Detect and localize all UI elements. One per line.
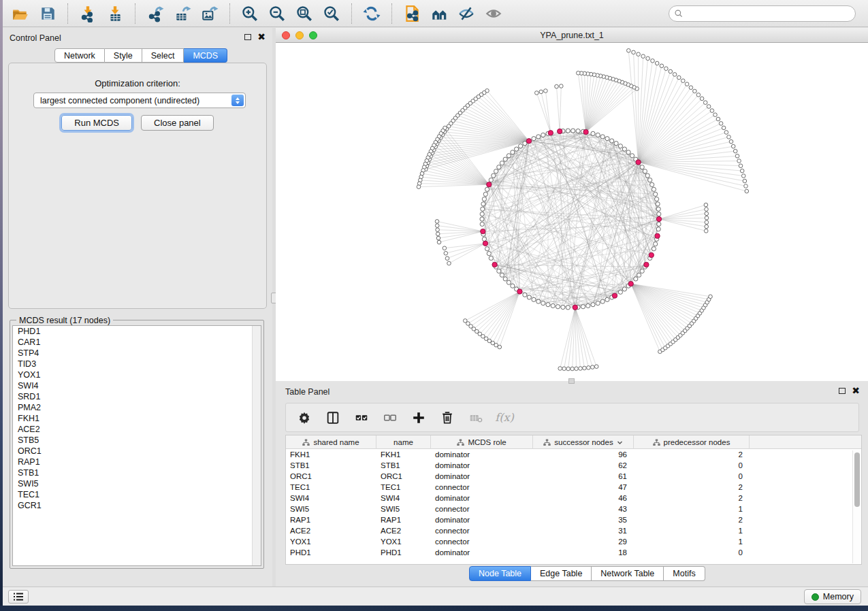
- tab-node-table[interactable]: Node Table: [469, 566, 531, 581]
- close-panel-icon[interactable]: ✖: [257, 33, 266, 40]
- criterion-dropdown[interactable]: largest connected component (undirected): [33, 93, 246, 108]
- mcds-result-item[interactable]: STP4: [13, 348, 261, 359]
- show-eye-button[interactable]: [480, 2, 507, 25]
- task-history-button[interactable]: [8, 590, 29, 604]
- table-row[interactable]: SWI5SWI5connector431: [286, 503, 861, 514]
- toolbar-separator: [391, 3, 392, 24]
- open-file-button[interactable]: [7, 2, 34, 25]
- table-panel-title: Table Panel: [285, 387, 329, 397]
- column-header-shared-name[interactable]: shared name: [286, 435, 376, 449]
- close-panel-button[interactable]: Close panel: [141, 115, 214, 131]
- cell-mcds_role: dominator: [431, 514, 533, 525]
- mcds-result-scrollbar[interactable]: [252, 326, 261, 565]
- zoom-out-button[interactable]: [263, 2, 291, 25]
- column-header-label: shared name: [313, 438, 359, 446]
- table-row[interactable]: TEC1TEC1connector472: [286, 482, 861, 493]
- float-panel-icon[interactable]: [244, 34, 251, 40]
- network-window-titlebar[interactable]: YPA_prune.txt_1: [276, 28, 868, 43]
- import-network-button[interactable]: [74, 2, 101, 25]
- zoom-selected-button[interactable]: [318, 2, 345, 25]
- cell-name: STB1: [376, 460, 431, 471]
- tab-edge-table[interactable]: Edge Table: [531, 566, 592, 581]
- table-scrollbar-thumb[interactable]: [854, 452, 860, 507]
- horizontal-splitter-grip[interactable]: [568, 378, 575, 384]
- export-network-button[interactable]: [142, 2, 169, 25]
- mcds-result-item[interactable]: RAP1: [13, 457, 261, 467]
- run-mcds-button[interactable]: Run MCDS: [61, 115, 132, 131]
- network-canvas[interactable]: [276, 43, 868, 381]
- mcds-result-item[interactable]: PMA2: [13, 402, 261, 413]
- table-scrollbar[interactable]: [852, 450, 861, 563]
- delete-button[interactable]: [437, 408, 457, 428]
- mcds-result-item[interactable]: TID3: [13, 359, 261, 369]
- toolbar-separator: [229, 3, 230, 24]
- network-leaf-nodes: [417, 49, 748, 371]
- mcds-result-item[interactable]: ORC1: [13, 446, 261, 457]
- gear-button[interactable]: [294, 408, 315, 428]
- mcds-result-item[interactable]: FKH1: [13, 413, 261, 424]
- mcds-result-item[interactable]: YOX1: [13, 369, 261, 380]
- network-edges: [419, 50, 747, 369]
- mcds-result-item[interactable]: GCR1: [13, 500, 261, 511]
- delete-icon: [440, 410, 455, 425]
- hide-eye-button[interactable]: [453, 2, 480, 25]
- network-doc-button[interactable]: [398, 2, 425, 25]
- status-bar: Memory: [3, 587, 868, 606]
- mcds-result-item[interactable]: STB1: [13, 467, 261, 478]
- table-row[interactable]: RAP1RAP1dominator352: [286, 514, 861, 525]
- mcds-result-item[interactable]: SRD1: [13, 391, 261, 402]
- zoom-fit-icon: [295, 5, 313, 22]
- add-button[interactable]: [408, 408, 429, 428]
- show-eye-icon: [485, 5, 502, 22]
- column-header-predecessor-nodes[interactable]: predecessor nodes: [634, 435, 750, 449]
- save-session-button[interactable]: [34, 2, 61, 25]
- float-table-panel-icon[interactable]: [839, 388, 846, 394]
- mcds-result-item[interactable]: CAR1: [13, 337, 261, 348]
- mcds-result-item[interactable]: PHD1: [13, 326, 261, 337]
- tab-motifs[interactable]: Motifs: [664, 566, 705, 581]
- import-table-button[interactable]: [101, 2, 129, 25]
- table-row[interactable]: SWI4SWI4dominator462: [286, 493, 861, 503]
- tab-style[interactable]: Style: [105, 48, 142, 63]
- memory-button[interactable]: Memory: [804, 589, 861, 604]
- tab-network-table[interactable]: Network Table: [592, 566, 664, 581]
- zoom-fit-button[interactable]: [291, 2, 318, 25]
- cell-successor_nodes: 61: [533, 471, 634, 482]
- refresh-button[interactable]: [358, 2, 385, 25]
- table-row[interactable]: STB1STB1dominator620: [286, 460, 861, 471]
- tab-mcds[interactable]: MCDS: [184, 48, 227, 63]
- export-image-button[interactable]: [196, 2, 223, 25]
- table-row[interactable]: FKH1FKH1dominator962: [286, 449, 861, 460]
- table-row[interactable]: ACE2ACE2connector311: [286, 525, 861, 536]
- tab-network[interactable]: Network: [54, 48, 105, 63]
- columns-button[interactable]: [323, 408, 343, 428]
- search-input[interactable]: [669, 5, 856, 22]
- table-row[interactable]: PHD1PHD1dominator180: [286, 547, 861, 558]
- column-header-MCDS-role[interactable]: MCDS role: [431, 435, 533, 449]
- toolbar-group: [394, 0, 511, 27]
- mcds-result-item[interactable]: TEC1: [13, 489, 261, 500]
- mcds-result-item[interactable]: STB5: [13, 435, 261, 446]
- column-header-name[interactable]: name: [376, 435, 431, 449]
- export-table-button[interactable]: [169, 2, 196, 25]
- mcds-result-item[interactable]: SWI5: [13, 478, 261, 489]
- zoom-in-button[interactable]: [236, 2, 263, 25]
- mcds-result-item[interactable]: SWI4: [13, 380, 261, 391]
- delete-table-button: [466, 408, 486, 428]
- table-row[interactable]: YOX1YOX1connector291: [286, 536, 861, 547]
- mcds-result-list[interactable]: PHD1CAR1STP4TID3YOX1SWI4SRD1PMA2FKH1ACE2…: [12, 325, 261, 566]
- column-header-label: successor nodes: [554, 438, 613, 446]
- column-header-successor-nodes[interactable]: successor nodes: [533, 435, 634, 449]
- tab-select[interactable]: Select: [142, 48, 184, 63]
- select-all-button[interactable]: [351, 408, 372, 428]
- overview-button[interactable]: [425, 2, 453, 25]
- hide-eye-icon: [457, 5, 475, 22]
- column-type-icon: [457, 439, 464, 446]
- mcds-panel: Optimization criterion: largest connecte…: [8, 63, 267, 309]
- close-table-panel-icon[interactable]: ✖: [852, 387, 860, 394]
- table-row[interactable]: ORC1ORC1dominator610: [286, 471, 861, 482]
- deselect-all-button[interactable]: [380, 408, 400, 428]
- mcds-result-item[interactable]: ACE2: [13, 424, 261, 435]
- overview-icon: [430, 5, 448, 22]
- cell-shared_name: SWI5: [286, 503, 376, 514]
